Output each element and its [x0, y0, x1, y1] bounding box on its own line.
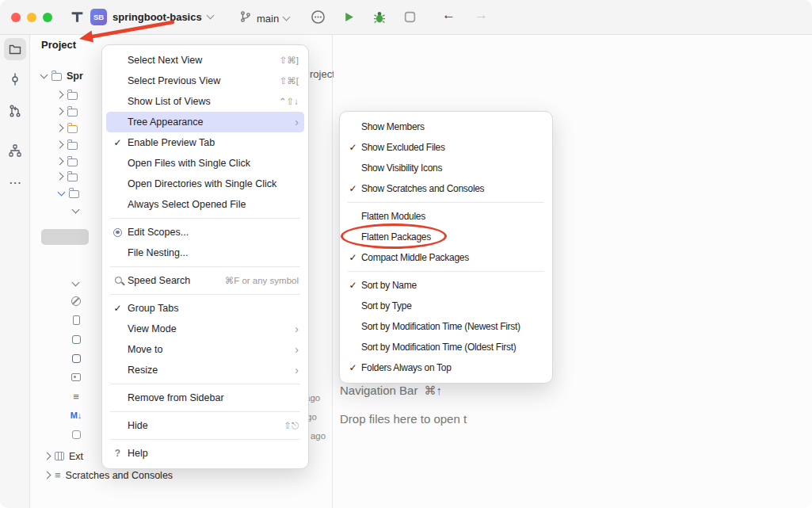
menu-separator [110, 439, 300, 440]
menu-separator [348, 202, 544, 203]
chevron-down-icon [206, 12, 214, 20]
menu-item-sort-by-name[interactable]: ✓Sort by Name [340, 275, 552, 296]
back-arrow-icon[interactable]: ← [442, 7, 456, 23]
tree-row[interactable] [73, 275, 78, 292]
tree-row-scratches[interactable]: ≡ Scratches and Consoles [44, 467, 173, 483]
forward-arrow-icon[interactable]: → [475, 7, 488, 23]
menu-item-show-visibility-icons[interactable]: Show Visibility Icons [340, 158, 552, 178]
menu-item-open-files-single-click[interactable]: Open Files with Single Click [102, 153, 308, 174]
navigation-arrows: ← → [442, 7, 488, 23]
menu-item-folders-always-on-top[interactable]: ✓Folders Always on Top [340, 357, 552, 378]
submenu-arrow-icon: › [295, 344, 299, 355]
project-tool-icon[interactable] [4, 38, 26, 60]
tool-window-stripe: ⋯ [0, 35, 30, 508]
menu-item-sort-by-type[interactable]: Sort by Type [340, 296, 552, 316]
menu-item-speed-search[interactable]: Speed Search⌘F or any symbol [102, 270, 308, 291]
menu-separator [110, 294, 300, 295]
menu-item-show-list-of-views[interactable]: Show List of Views⌃⇧↓ [102, 91, 308, 112]
tree-row[interactable] [73, 202, 78, 219]
menu-item-enable-preview-tab[interactable]: ✓Enable Preview Tab [102, 132, 308, 153]
chevron-down-icon [283, 13, 291, 21]
menu-item-show-excluded-files[interactable]: ✓Show Excluded Files [340, 137, 552, 158]
close-button[interactable] [11, 13, 21, 22]
menu-item-move-to[interactable]: Move to› [102, 339, 308, 360]
run-toolbar [311, 10, 417, 28]
menu-item-group-tabs[interactable]: ✓Group Tabs [102, 298, 308, 319]
run-button[interactable] [342, 10, 356, 27]
tree-row[interactable] [57, 103, 78, 120]
menu-item-sort-by-modification-newest[interactable]: Sort by Modification Time (Newest First) [340, 316, 552, 337]
chevron-right-icon [56, 141, 64, 149]
tree-row-project-root[interactable]: Spr [41, 67, 83, 84]
commit-tool-icon[interactable] [4, 68, 26, 90]
hint-drop-files: Drop files here to open t [340, 412, 473, 426]
check-icon: ✓ [113, 138, 121, 147]
tree-row[interactable] [57, 120, 78, 136]
menu-item-help[interactable]: ?Help [102, 443, 308, 464]
menu-item-open-directories-single-click[interactable]: Open Directories with Single Click [102, 174, 308, 194]
maven-file-icon: M↓ [70, 409, 82, 422]
tree-row[interactable] [57, 86, 78, 103]
text-file-icon: ≡ [70, 390, 82, 403]
tree-row-external-libraries[interactable]: Ext [44, 448, 83, 464]
submenu-arrow-icon: › [295, 365, 299, 376]
hint-navigation-bar: Navigation Bar⌘↑ [340, 384, 442, 398]
file-icon [70, 314, 82, 327]
menu-item-show-scratches-and-consoles[interactable]: ✓Show Scratches and Consoles [340, 178, 552, 199]
blue-file-icon [70, 352, 82, 365]
chevron-right-icon [56, 124, 64, 132]
panel-title: Project [41, 39, 76, 51]
menu-item-select-previous-view[interactable]: Select Previous View⇧⌘[ [102, 71, 308, 91]
tree-row[interactable] [59, 185, 79, 201]
folder-icon [69, 190, 79, 198]
folder-icon [67, 174, 78, 181]
scratches-icon: ≡ [55, 470, 61, 480]
menu-item-view-mode[interactable]: View Mode› [102, 319, 308, 339]
stop-button[interactable] [403, 10, 417, 27]
structure-tool-icon[interactable] [4, 139, 26, 162]
menu-item-file-nesting[interactable]: File Nesting... [102, 243, 308, 263]
menu-item-select-next-view[interactable]: Select Next View⇧⌘] [102, 50, 308, 71]
menu-item-remove-from-sidebar[interactable]: Remove from Sidebar [102, 388, 308, 408]
menu-item-always-select-opened-file[interactable]: Always Select Opened File [102, 194, 308, 215]
chevron-right-icon [56, 173, 64, 181]
minimize-button[interactable] [27, 13, 36, 22]
pull-requests-tool-icon[interactable] [4, 100, 26, 122]
teal-file-icon [70, 333, 82, 346]
folder-icon [67, 92, 78, 100]
chevron-right-icon [56, 91, 64, 99]
folder-icon [67, 159, 78, 166]
chevron-right-icon [56, 158, 64, 166]
debug-button[interactable] [372, 10, 387, 28]
branch-name: main [257, 13, 279, 25]
menu-item-sort-by-modification-oldest[interactable]: Sort by Modification Time (Oldest First) [340, 337, 552, 357]
chevron-down-icon [40, 71, 48, 78]
image-file-icon [70, 371, 82, 384]
menu-item-tree-appearance[interactable]: Tree Appearance› [106, 112, 304, 132]
menu-item-hide[interactable]: Hide⇧⎋ [102, 415, 308, 436]
tree-row[interactable] [57, 168, 78, 185]
tree-selected-item[interactable] [41, 229, 89, 245]
ide-window: SB springboot-basics main [0, 0, 812, 508]
annotation-ellipse-flatten-packages [341, 223, 447, 249]
tree-row[interactable] [57, 153, 78, 170]
menu-item-show-members[interactable]: Show Members [340, 116, 552, 137]
file-icon [70, 428, 82, 441]
folder-icon [51, 73, 62, 81]
check-icon: ✓ [349, 184, 357, 193]
menu-item-flatten-modules[interactable]: Flatten Modules [340, 206, 552, 227]
run-configurations-icon[interactable] [311, 10, 326, 28]
libraries-icon [55, 452, 64, 460]
tree-row[interactable] [57, 136, 78, 153]
menu-item-compact-middle-packages[interactable]: ✓Compact Middle Packages [340, 247, 552, 268]
chevron-right-icon [56, 108, 64, 116]
search-icon [115, 277, 122, 284]
check-icon: ✓ [349, 143, 357, 152]
menu-item-resize[interactable]: Resize› [102, 360, 308, 380]
zoom-button[interactable] [43, 13, 52, 22]
more-tools-icon[interactable]: ⋯ [4, 171, 26, 193]
branch-widget[interactable]: main [239, 10, 289, 26]
menu-item-edit-scopes[interactable]: Edit Scopes... [102, 222, 308, 243]
git-branch-icon [239, 10, 252, 26]
folder-icon [67, 142, 78, 150]
